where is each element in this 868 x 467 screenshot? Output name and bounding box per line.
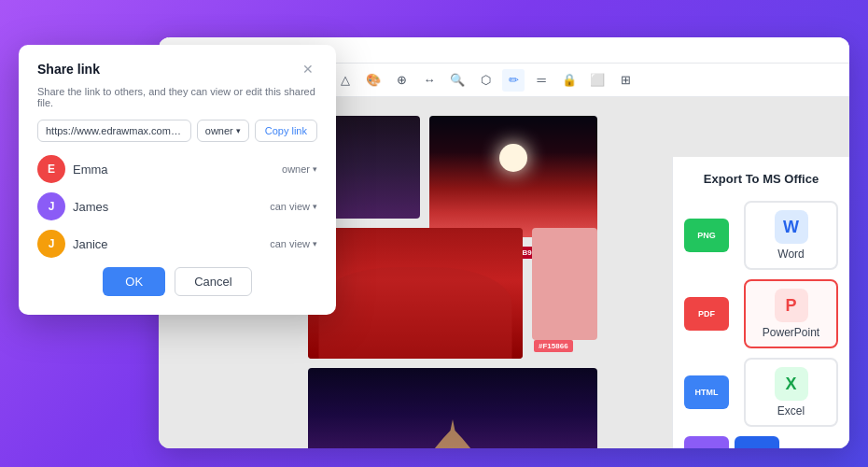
user-role-james[interactable]: can view ▾ [270, 201, 317, 212]
user-row-emma: E Emma owner ▾ [37, 155, 317, 183]
excel-icon: X [775, 367, 808, 401]
user-role-emma[interactable]: owner ▾ [282, 163, 317, 175]
tool-resize[interactable]: ↔ [418, 69, 441, 92]
user-row-janice: J Janice can view ▾ [37, 230, 317, 258]
powerpoint-label: PowerPoint [763, 326, 819, 339]
link-permission-dropdown[interactable]: owner ▾ [197, 120, 249, 142]
avatar-emma: E [37, 155, 65, 183]
close-icon[interactable]: ✕ [299, 60, 317, 78]
link-input[interactable]: https://www.edrawmax.com/online/fli [37, 120, 191, 142]
avatar-james: J [37, 192, 65, 220]
share-link-modal: Share link ✕ Share the link to others, a… [19, 45, 336, 315]
user-row-james: J James can view ▾ [37, 192, 317, 220]
chevron-down-icon-james: ▾ [313, 202, 317, 211]
excel-label: Excel [777, 404, 805, 417]
cancel-button[interactable]: Cancel [175, 267, 251, 296]
tool-pen[interactable]: ✏ [502, 69, 525, 92]
modal-header: Share link ✕ [37, 60, 317, 78]
export-mini-pdf[interactable]: PDF [684, 297, 729, 331]
modal-actions: OK Cancel [37, 267, 317, 296]
ok-button[interactable]: OK [103, 267, 165, 296]
export-mini-word[interactable]: W [735, 436, 779, 448]
permission-label: owner [205, 125, 233, 136]
chevron-down-icon-janice: ▾ [313, 239, 317, 248]
export-mini-svg[interactable]: SVG [684, 436, 729, 448]
role-label-janice: can view [270, 238, 310, 249]
tool-grid[interactable]: ⊞ [614, 69, 637, 92]
copy-link-button[interactable]: Copy link [255, 120, 317, 142]
tool-hex[interactable]: ⬡ [474, 69, 497, 92]
photo-pink-block [532, 228, 597, 340]
user-name-emma: Emma [73, 163, 274, 177]
export-word-btn[interactable]: W Word [744, 201, 838, 270]
modal-title: Share link [37, 62, 100, 77]
photo-sunset [429, 116, 597, 237]
export-mini-png[interactable]: PNG [684, 219, 729, 252]
export-excel-btn[interactable]: X Excel [744, 358, 838, 427]
tool-connect[interactable]: ⊕ [390, 69, 413, 92]
user-name-james: James [73, 200, 262, 214]
powerpoint-icon: P [775, 289, 808, 322]
tool-image[interactable]: ⬜ [586, 69, 609, 92]
chevron-down-icon-emma: ▾ [313, 164, 317, 174]
tool-fill[interactable]: 🎨 [362, 69, 385, 92]
modal-description: Share the link to others, and they can v… [37, 86, 317, 108]
chevron-down-icon: ▾ [236, 126, 241, 135]
word-label: Word [777, 248, 804, 261]
photo-concert [308, 368, 597, 448]
color-chip-2: #F15866 [534, 340, 573, 352]
tool-line[interactable]: ═ [530, 69, 553, 92]
link-url-text: https://www.edrawmax.com/online/fli [46, 125, 183, 136]
role-label-emma: owner [282, 163, 310, 175]
avatar-janice: J [37, 230, 65, 258]
word-icon: W [775, 210, 808, 244]
photo-temple [308, 228, 523, 359]
export-title: Export To MS Office [684, 172, 838, 186]
role-label-james: can view [270, 201, 310, 212]
tool-triangle[interactable]: △ [334, 69, 357, 92]
user-role-janice[interactable]: can view ▾ [270, 238, 317, 249]
export-mini-html[interactable]: HTML [684, 375, 729, 409]
tool-lock[interactable]: 🔒 [558, 69, 581, 92]
user-name-janice: Janice [73, 237, 262, 251]
export-powerpoint-btn[interactable]: P PowerPoint [744, 279, 838, 348]
link-row: https://www.edrawmax.com/online/fli owne… [37, 120, 317, 142]
tool-zoom[interactable]: 🔍 [446, 69, 469, 92]
export-panel: Export To MS Office PNG W Word PDF P [672, 157, 849, 448]
